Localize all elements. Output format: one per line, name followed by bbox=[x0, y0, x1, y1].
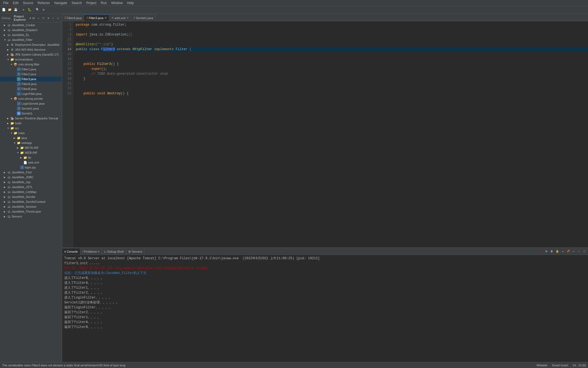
scroll-lock-btn[interactable]: 🔒 bbox=[555, 249, 560, 254]
tree-label: login.jsp bbox=[25, 166, 36, 169]
tree-item-javaweb-cookie[interactable]: ▶🗂JavaWeb_Cookie bbox=[0, 23, 62, 28]
menu-help[interactable]: Help bbox=[125, 1, 136, 5]
clear-console-btn[interactable]: 🗑 bbox=[549, 249, 554, 254]
tree-item-filter3-java[interactable]: JFilter3.java bbox=[0, 77, 62, 82]
menu-refactor[interactable]: Refactor bbox=[35, 1, 52, 5]
tree-item-login-jsp[interactable]: Jlogin.jsp bbox=[0, 165, 62, 170]
toolbar-open[interactable]: 📁 bbox=[7, 7, 13, 13]
tree-item-deployment-descriptor--javaweb[interactable]: ▶⚙Deployment Descriptor: JavaWeb bbox=[0, 42, 62, 47]
tree-item-jax-ws-web-services[interactable]: ▶⚙JAX-WS Web Services bbox=[0, 47, 62, 52]
tree-item-filterb-java[interactable]: JFilterB.java bbox=[0, 86, 62, 91]
stop-btn[interactable]: ■ bbox=[538, 249, 543, 254]
tree-item-webapp[interactable]: ▼📁webapp bbox=[0, 140, 62, 145]
tree-item-javaweb-session[interactable]: ▶🗂JavaWeb_Session bbox=[0, 204, 62, 209]
close-filter3-tab-icon[interactable]: ✕ bbox=[105, 16, 107, 19]
tree-item-loginfilter-java[interactable]: JLoginFilter.java bbox=[0, 91, 62, 96]
toolbar-save[interactable]: 💾 bbox=[13, 7, 19, 13]
link-editor-icon[interactable]: ↔ bbox=[36, 16, 41, 20]
tree-item-web-inf[interactable]: ▼📁WEB-INF bbox=[0, 150, 62, 155]
toolbar-run[interactable]: ▶ bbox=[21, 7, 26, 13]
tree-file-icon: 🗂 bbox=[7, 33, 11, 37]
tree-item-javaweb-threelayer[interactable]: ▶🗂JavaWeb_ThreeLayer bbox=[0, 209, 62, 214]
tree-item-src-main-java[interactable]: ▼📁src/main/java bbox=[0, 57, 62, 62]
menu-run[interactable]: Run bbox=[99, 1, 109, 5]
tree-item-servlet1[interactable]: SServlet1 bbox=[0, 111, 62, 116]
line-number-3: 3 bbox=[62, 32, 74, 37]
tab-console[interactable]: ≡ Console bbox=[62, 249, 80, 255]
toolbar-search[interactable]: 🔍 bbox=[35, 7, 40, 13]
line-number-1: 1 bbox=[62, 22, 74, 27]
tree-item-servers[interactable]: ▶🗂Servers bbox=[0, 214, 62, 219]
word-wrap-btn[interactable]: ↵ bbox=[560, 249, 565, 254]
tab-web-xml[interactable]: ✕ web.xml ✕ bbox=[109, 14, 131, 21]
tree-item-servlet1-java[interactable]: JServlet1.java bbox=[0, 106, 62, 111]
console-line: 进入了LoginFilter。。。。。 bbox=[64, 295, 586, 300]
tab-filter3-java[interactable]: J Filter3.java ✕ bbox=[84, 14, 109, 21]
open-console-btn[interactable]: ↗ bbox=[571, 249, 576, 254]
minimize-console-btn[interactable]: ─ bbox=[577, 249, 581, 254]
menu-project[interactable]: Project bbox=[84, 1, 99, 5]
tree-item-javaweb-servlet[interactable]: ▶🗂JavaWeb_Servlet bbox=[0, 194, 62, 199]
tree-item-javaweb-first[interactable]: ▶🗂JavaWeb_First bbox=[0, 170, 62, 175]
toolbar-settings[interactable]: ⚙ bbox=[41, 7, 46, 13]
menu-search[interactable]: Search bbox=[69, 1, 84, 5]
tree-item-javaweb-servletcontext[interactable]: ▶🗂JavaWeb_ServletContext bbox=[0, 199, 62, 204]
tree-item-filter1-java[interactable]: JFilter1.java bbox=[0, 67, 62, 72]
code-content[interactable]: package com.strong.filter; import java.i… bbox=[74, 21, 588, 248]
tree-item-jre-system-library--javase-17-[interactable]: ▶📚JRE System Library [JavaSE-17] bbox=[0, 52, 62, 57]
maximize-sidebar-icon[interactable]: □ bbox=[56, 16, 60, 20]
pin-console-btn[interactable]: 📌 bbox=[566, 249, 571, 254]
tree-item-lib[interactable]: ▶📁lib bbox=[0, 155, 62, 160]
tree-item-filtera-java[interactable]: JFilterA.java bbox=[0, 82, 62, 86]
tree-item-java[interactable]: ▶📁java bbox=[0, 135, 62, 140]
menu-navigate[interactable]: Navigate bbox=[52, 1, 69, 5]
tree-arrow-icon: ▼ bbox=[10, 98, 14, 100]
menu-edit[interactable]: Edit bbox=[11, 1, 21, 5]
toolbar-debug[interactable]: 🐛 bbox=[27, 7, 32, 13]
tree-item-javaweb-dispatch[interactable]: ▶🗂JavaWeb_Dispatch bbox=[0, 28, 62, 32]
project-explorer-tab-label[interactable]: Project Explorer bbox=[14, 15, 27, 21]
toolbar-new[interactable]: 📄 bbox=[1, 7, 7, 13]
collapse-all-icon[interactable]: ⊟ bbox=[31, 16, 36, 20]
menu-source[interactable]: Source bbox=[21, 1, 35, 5]
status-right: Writable Smart Insert 14 : 15 [6] bbox=[537, 364, 586, 367]
tree-item-loginservlet-java[interactable]: JLoginServlet.java bbox=[0, 101, 62, 106]
debug-tab-label[interactable]: Debug bbox=[2, 16, 10, 20]
tree-item-src[interactable]: ▼📁src bbox=[0, 126, 62, 131]
line-number-23: 23 bbox=[62, 91, 74, 96]
filter-icon[interactable]: ▽ bbox=[41, 16, 45, 20]
tree-file-icon: 📁 bbox=[20, 151, 24, 155]
tab-problems[interactable]: ! Problems ✕ bbox=[80, 249, 102, 255]
minimize-icon[interactable]: ─ bbox=[51, 16, 55, 20]
tab-debug-shell[interactable]: ▷ Debug Shell bbox=[102, 249, 126, 255]
tree-label: src/main/java bbox=[15, 58, 33, 61]
tab-filter-a-java[interactable]: J FilterA.java bbox=[62, 14, 84, 21]
tree-item-javaweb-filter[interactable]: ▼🗂JavaWeb_Filter bbox=[0, 37, 62, 42]
close-sidebar-icon[interactable]: ✕ bbox=[29, 17, 31, 20]
tab-servlet1-java[interactable]: J Servlet1.java bbox=[131, 14, 156, 21]
tree-item-javaweb-listmap[interactable]: ▶🗂JavaWeb_ListMap bbox=[0, 189, 62, 194]
tree-item-meta-inf[interactable]: ▶📁META-INF bbox=[0, 145, 62, 150]
tree-item-javaweb-jdbc[interactable]: ▶🗂JavaWeb_JDBC bbox=[0, 175, 62, 180]
tree-item-server-runtime--apache-tomcat[interactable]: ▶📚Server Runtime [Apache Tomcat bbox=[0, 116, 62, 121]
disconnect-btn[interactable]: ⊠ bbox=[544, 249, 549, 254]
tab-console-label: Console bbox=[67, 250, 78, 253]
tree-item-com-strong-servlet[interactable]: ▼📦com.strong.servlet bbox=[0, 96, 62, 101]
tree-item-web-xml[interactable]: 📄web.xml bbox=[0, 160, 62, 165]
tab-servers[interactable]: ⚙ Servers bbox=[126, 249, 145, 255]
tree-item-javaweb-el[interactable]: ▶🗂JavaWeb_EL bbox=[0, 32, 62, 37]
tree-item-filter2-java[interactable]: JFilter2.java bbox=[0, 72, 62, 77]
tree-item-javaweb-jsp[interactable]: ▶🗂JavaWeb_Jsp bbox=[0, 180, 62, 185]
maximize-console-btn[interactable]: □ bbox=[582, 249, 587, 254]
menu-file[interactable]: File bbox=[1, 1, 11, 5]
close-problems-icon[interactable]: ✕ bbox=[97, 250, 100, 253]
tree-item-com-strong-filter[interactable]: ▼📦com.strong.filter bbox=[0, 62, 62, 67]
tree-item-javaweb-jstl[interactable]: ▶🗂JavaWeb_JSTL bbox=[0, 185, 62, 189]
tab-web-xml-label: web.xml bbox=[115, 16, 125, 20]
menu-window[interactable]: Window bbox=[109, 1, 125, 5]
tree-item-build[interactable]: ▶📁build bbox=[0, 121, 62, 126]
view-menu-icon[interactable]: ▾ bbox=[46, 16, 50, 20]
close-web-xml-tab-icon[interactable]: ✕ bbox=[127, 16, 129, 19]
tree-label: main bbox=[18, 131, 25, 135]
tree-item-main[interactable]: ▼📁main bbox=[0, 131, 62, 135]
